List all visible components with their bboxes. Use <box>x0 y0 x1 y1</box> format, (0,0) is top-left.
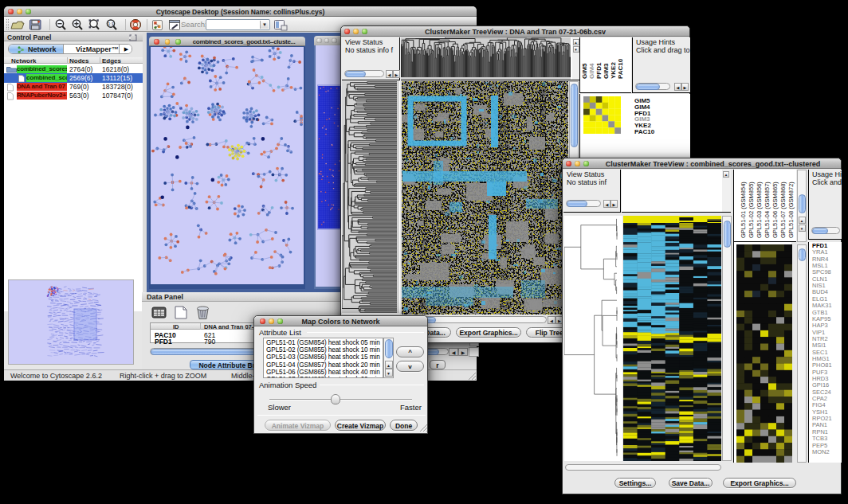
svg-text:1:1: 1:1 <box>108 21 114 26</box>
